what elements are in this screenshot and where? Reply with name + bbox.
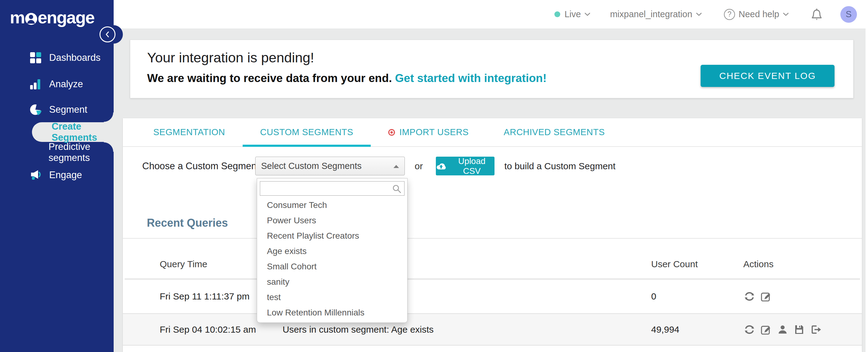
chevron-down-icon: [696, 12, 702, 16]
tab-label: SEGMENTATION: [153, 127, 225, 137]
tab-label: IMPORT USERS: [399, 127, 469, 137]
recent-queries-title: Recent Queries: [147, 217, 228, 229]
analyze-icon: [30, 78, 42, 90]
workspace-dropdown[interactable]: mixpanel_integration: [610, 9, 702, 19]
user-count-cell: 49,994: [651, 324, 679, 335]
tab-segmentation[interactable]: SEGMENTATION: [136, 118, 243, 146]
cloud-upload-icon: [436, 162, 446, 171]
logo-text-pre: m: [10, 7, 25, 27]
help-dropdown[interactable]: ? Need help: [724, 9, 789, 20]
chevron-down-icon: [783, 12, 789, 16]
sidebar-item-engage[interactable]: Engage: [0, 165, 114, 185]
query-time-cell: Fri Sep 04 10:02:15 am: [160, 324, 256, 335]
custom-segment-dropdown-panel: Consumer Tech Power Users Recent Playlis…: [257, 178, 408, 323]
banner-title: Your integration is pending!: [147, 50, 314, 66]
help-label: Need help: [739, 9, 779, 19]
live-status-dot: [554, 11, 560, 17]
refresh-icon[interactable]: [743, 290, 755, 302]
user-count-cell: 0: [651, 291, 656, 301]
row-actions: [743, 314, 822, 345]
edit-icon[interactable]: [760, 323, 772, 336]
tab-archived-segments[interactable]: ARCHIVED SEGMENTS: [486, 118, 622, 146]
sidebar-item-label: Engage: [49, 169, 82, 181]
chevron-left-icon: [104, 30, 111, 38]
build-segment-text: to build a Custom Segment: [504, 157, 616, 175]
sidebar-item-dashboards[interactable]: Dashboards: [0, 48, 114, 68]
sidebar-corner-fillet: [104, 113, 114, 122]
record-dot-icon: [388, 129, 395, 136]
dropdown-option[interactable]: Recent Playlist Creators: [257, 228, 407, 244]
logo-person-o-icon: [25, 13, 37, 25]
or-text: or: [415, 157, 423, 175]
table-row: Fri Sep 04 10:02:15 am Users in custom s…: [123, 313, 862, 346]
environment-dropdown[interactable]: Live: [554, 9, 590, 19]
segments-card: SEGMENTATION CUSTOM SEGMENTS IMPORT USER…: [123, 118, 862, 352]
banner-subtitle-text: We are waiting to receive data from your…: [147, 72, 392, 85]
avatar[interactable]: S: [840, 6, 857, 23]
dashboards-icon: [30, 52, 42, 64]
search-input[interactable]: [260, 182, 404, 195]
dropdown-option[interactable]: test: [257, 290, 407, 305]
table-row: Fri Sep 11 1:11:37 pm 0: [123, 280, 862, 313]
save-icon[interactable]: [793, 323, 805, 336]
dropdown-option[interactable]: sanity: [257, 274, 407, 290]
choose-segment-label: Choose a Custom Segment:: [142, 157, 262, 175]
custom-segment-select[interactable]: Select Custom Segments: [255, 157, 405, 175]
question-icon: ?: [724, 9, 735, 20]
dropdown-option[interactable]: Consumer Tech: [257, 197, 407, 213]
sidebar-item-label: Dashboards: [49, 52, 100, 63]
dropdown-option[interactable]: Low Retention Millennials: [257, 305, 407, 320]
bell-icon[interactable]: [810, 8, 823, 21]
tab-label: ARCHIVED SEGMENTS: [504, 127, 605, 137]
search-icon: [392, 184, 402, 194]
sidebar-item-label: Analyze: [49, 78, 83, 90]
sidebar: mengage Dashboards Analyze Segment Creat…: [0, 0, 114, 352]
query-info-cell: Users in custom segment: Age exists: [283, 324, 434, 335]
sidebar-item-predictive-segments[interactable]: Predictive segments: [0, 142, 114, 162]
column-header-actions: Actions: [743, 259, 773, 269]
dropdown-search-box: [260, 181, 404, 196]
get-started-link[interactable]: Get started with integration!: [395, 72, 547, 85]
tab-import-users[interactable]: IMPORT USERS: [371, 118, 486, 146]
sidebar-item-label: Create Segments: [52, 121, 114, 143]
workspace-label: mixpanel_integration: [610, 9, 692, 19]
top-header: Live mixpanel_integration ? Need help S: [114, 0, 868, 29]
check-event-log-button[interactable]: CHECK EVENT LOG: [701, 65, 835, 87]
dropdown-options: Consumer Tech Power Users Recent Playlis…: [257, 197, 407, 320]
select-value: Select Custom Segments: [261, 161, 362, 171]
column-header-query-time: Query Time: [160, 259, 207, 269]
section-divider: [123, 238, 862, 239]
tab-custom-segments[interactable]: CUSTOM SEGMENTS: [243, 118, 371, 146]
dropdown-option[interactable]: Power Users: [257, 213, 407, 228]
chevron-down-icon: [585, 12, 590, 16]
tab-bar: SEGMENTATION CUSTOM SEGMENTS IMPORT USER…: [123, 118, 862, 147]
integration-pending-banner: Your integration is pending! We are wait…: [130, 40, 854, 98]
banner-subtitle: We are waiting to receive data from your…: [147, 72, 547, 85]
query-time-cell: Fri Sep 11 1:11:37 pm: [160, 291, 249, 301]
sidebar-item-analyze[interactable]: Analyze: [0, 74, 114, 94]
sidebar-item-label: Segment: [49, 104, 87, 115]
segment-icon: [30, 103, 42, 116]
engage-icon: [30, 169, 42, 181]
dropdown-option[interactable]: Small Cohort: [257, 259, 407, 274]
sidebar-item-segment[interactable]: Segment: [0, 100, 114, 120]
sidebar-collapse-button[interactable]: [99, 26, 116, 42]
sidebar-corner-fillet: [104, 142, 114, 152]
sidebar-item-create-segments[interactable]: Create Segments: [32, 122, 114, 142]
logo-text-post: engage: [38, 7, 94, 27]
tab-label: CUSTOM SEGMENTS: [260, 127, 353, 137]
user-icon[interactable]: [776, 323, 789, 336]
chevron-up-icon: [394, 165, 399, 168]
avatar-initial: S: [845, 9, 851, 19]
scrollbar-track[interactable]: [866, 0, 868, 352]
export-icon[interactable]: [810, 323, 822, 336]
column-header-user-count: User Count: [651, 259, 698, 269]
upload-csv-label: Upload CSV: [449, 156, 495, 176]
refresh-icon[interactable]: [743, 323, 755, 336]
moengage-logo: mengage: [10, 7, 94, 27]
upload-csv-button[interactable]: Upload CSV: [436, 157, 495, 175]
row-actions: [743, 280, 772, 313]
environment-label: Live: [564, 9, 581, 19]
dropdown-option[interactable]: Age exists: [257, 244, 407, 259]
edit-icon[interactable]: [760, 290, 772, 302]
